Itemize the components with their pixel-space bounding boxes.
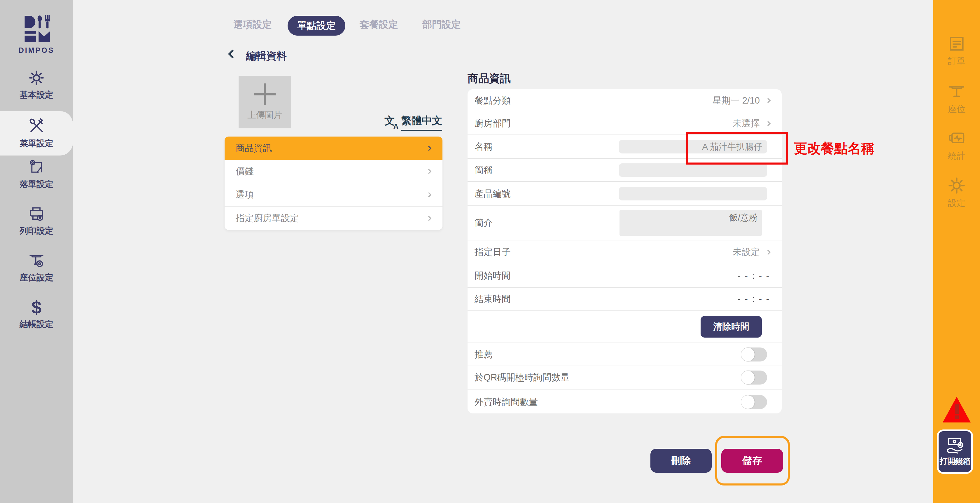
language-label: 繁體中文 — [401, 114, 442, 131]
translate-icon: 文A — [384, 114, 398, 128]
menu-item-price[interactable]: 價錢 — [224, 160, 442, 183]
stats-icon — [947, 129, 966, 148]
row-description: 簡介 飯/意粉 — [468, 206, 782, 240]
field-label: 開始時間 — [474, 270, 511, 282]
meal-category-value: 星期一 2/10 — [713, 94, 760, 107]
tab-option-settings[interactable]: 選項設定 — [233, 18, 272, 31]
row-qr-quantity-toggle: 於QR碼開檯時詢問數量 — [468, 366, 782, 390]
field-label: 外賣時詢問數量 — [474, 396, 538, 408]
short-name-input[interactable] — [619, 163, 767, 177]
field-label: 名稱 — [474, 141, 493, 153]
menu-item-product-info[interactable]: 商品資訊 — [224, 137, 442, 160]
clear-time-button[interactable]: 清除時間 — [701, 316, 762, 337]
tab-single-item-settings[interactable]: 單點設定 — [288, 16, 345, 36]
product-code-input[interactable] — [619, 187, 767, 201]
toggle-knob — [741, 371, 754, 384]
receipt-icon — [947, 34, 966, 53]
annotation-highlight-box — [686, 132, 788, 164]
sidebar-item-label: 設定 — [948, 197, 966, 209]
chevron-right-icon — [426, 146, 431, 151]
recommend-toggle[interactable] — [741, 347, 767, 361]
chevron-right-icon — [426, 169, 431, 174]
order-edit-icon — [28, 159, 45, 176]
upload-image-button[interactable]: 上傳圖片 — [239, 76, 291, 128]
save-button[interactable]: 儲存 — [721, 449, 783, 473]
qr-quantity-toggle[interactable] — [741, 371, 767, 385]
sidebar-item-checkout-settings[interactable]: $ 結帳設定 — [0, 297, 73, 332]
takeaway-quantity-toggle[interactable] — [741, 395, 767, 409]
menu-item-label: 選項 — [235, 188, 254, 201]
row-start-time[interactable]: 開始時間 - - : - - — [468, 264, 782, 288]
table-gear-icon — [28, 252, 45, 269]
row-product-code: 產品編號 — [468, 182, 782, 206]
sidebar-item-seats[interactable]: 座位 — [933, 82, 980, 115]
row-specified-day[interactable]: 指定日子 未設定 — [468, 240, 782, 264]
dimpos-logo-icon — [23, 14, 50, 45]
sidebar-item-seating-settings[interactable]: 座位設定 — [0, 250, 73, 285]
row-clear-time: 清除時間 — [468, 311, 782, 343]
menu-item-label: 指定廚房單設定 — [235, 212, 299, 224]
field-label: 餐點分類 — [474, 94, 511, 107]
sidebar-item-label: 基本設定 — [19, 89, 53, 101]
row-meal-category[interactable]: 餐點分類 星期一 2/10 — [468, 89, 782, 112]
gear-icon — [947, 176, 966, 195]
cash-drawer-icon — [945, 437, 964, 455]
chevron-right-icon — [765, 250, 771, 255]
sidebar-item-print-settings[interactable]: 列印設定 — [0, 204, 73, 239]
field-label: 推薦 — [474, 349, 493, 361]
row-recommend-toggle: 推薦 — [468, 343, 782, 366]
back-icon[interactable] — [228, 49, 237, 58]
cash-drawer-label: 打開錢箱 — [940, 456, 970, 466]
tab-department-settings[interactable]: 部門設定 — [422, 18, 461, 31]
menu-item-options[interactable]: 選項 — [224, 183, 442, 207]
sidebar-item-orders[interactable]: 訂單 — [933, 34, 980, 67]
brand-logo: DIMPOS — [0, 14, 73, 54]
sidebar-item-label: 列印設定 — [19, 225, 53, 237]
sidebar-item-statistics[interactable]: 統計 — [933, 129, 980, 162]
field-label: 廚房部門 — [474, 117, 511, 129]
sidebar-item-label: 座位 — [948, 103, 966, 115]
open-cash-drawer-button[interactable]: 打開錢箱 — [937, 430, 973, 474]
chevron-right-icon — [426, 192, 431, 197]
toggle-knob — [741, 348, 754, 361]
warning-icon[interactable] — [942, 396, 971, 423]
field-label: 簡介 — [474, 217, 493, 229]
field-label: 結束時間 — [474, 293, 511, 305]
specified-day-value: 未設定 — [733, 246, 760, 258]
menu-item-kitchen-ticket[interactable]: 指定廚房單設定 — [224, 207, 442, 230]
printer-icon — [28, 205, 45, 222]
description-textarea[interactable]: 飯/意粉 — [619, 210, 762, 236]
row-takeaway-quantity-toggle: 外賣時詢問數量 — [468, 390, 782, 414]
upload-label: 上傳圖片 — [247, 109, 282, 121]
end-time-value[interactable]: - - : - - — [738, 294, 770, 304]
tab-combo-settings[interactable]: 套餐設定 — [360, 18, 398, 31]
page-title: 編輯資料 — [246, 49, 287, 63]
menu-item-label: 價錢 — [235, 165, 254, 177]
chevron-right-icon — [765, 121, 771, 126]
form-title: 商品資訊 — [468, 71, 511, 86]
field-label: 指定日子 — [474, 246, 511, 258]
chevron-right-icon — [426, 216, 431, 221]
sidebar-item-label: 結帳設定 — [19, 318, 53, 330]
plus-icon — [254, 83, 275, 105]
brand-name: DIMPOS — [0, 46, 73, 54]
sidebar-item-basic-settings[interactable]: 基本設定 — [0, 68, 73, 103]
row-end-time[interactable]: 結束時間 - - : - - — [468, 288, 782, 311]
start-time-value[interactable]: - - : - - — [738, 271, 770, 281]
delete-button[interactable]: 刪除 — [651, 449, 712, 473]
dollar-icon: $ — [32, 299, 41, 316]
table-icon — [947, 82, 966, 101]
sidebar-item-settings[interactable]: 設定 — [933, 176, 980, 209]
toggle-knob — [741, 395, 754, 409]
sidebar-item-menu-settings[interactable]: 菜單設定 — [0, 111, 73, 156]
language-selector[interactable]: 文A 繁體中文 — [384, 114, 442, 131]
sidebar-item-ordering-settings[interactable]: 落單設定 — [0, 157, 73, 192]
gear-icon — [28, 70, 45, 86]
right-sidebar: 訂單 座位 統計 設定 — [933, 0, 980, 503]
chevron-right-icon — [765, 98, 771, 103]
left-sidebar: DIMPOS 基本設定 菜單設定 落單設定 — [0, 0, 73, 503]
field-label: 產品編號 — [474, 188, 511, 200]
menu-item-label: 商品資訊 — [235, 142, 272, 154]
section-menu: 商品資訊 價錢 選項 指定廚房單設定 — [224, 137, 442, 230]
sidebar-item-label: 菜單設定 — [19, 138, 53, 150]
